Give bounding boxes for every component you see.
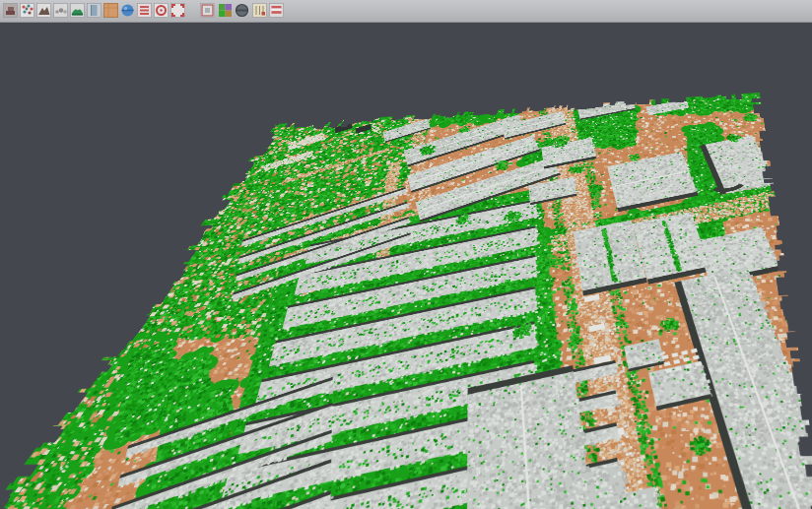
- dark-globe-icon[interactable]: [235, 3, 249, 18]
- classified-view-icon[interactable]: [218, 3, 233, 18]
- flag-stripes-icon[interactable]: [269, 3, 284, 18]
- clip-region-icon[interactable]: [200, 3, 215, 18]
- application-window: [0, 0, 812, 509]
- point-cloud-classify-icon[interactable]: [3, 3, 18, 18]
- multi-class-points-icon[interactable]: [20, 3, 34, 18]
- 3d-viewport[interactable]: [0, 22, 812, 509]
- toolbar: [0, 0, 812, 23]
- terrain-point-cloud-canvas[interactable]: [0, 93, 812, 509]
- survey-marks-icon[interactable]: [252, 3, 267, 18]
- profile-panel-icon[interactable]: [87, 3, 102, 18]
- red-layers-icon[interactable]: [137, 3, 152, 18]
- target-circle-icon[interactable]: [154, 3, 169, 18]
- terrain-mountain-icon[interactable]: [36, 3, 51, 18]
- zoom-extent-icon[interactable]: [170, 3, 185, 18]
- globe-3d-icon[interactable]: [120, 3, 135, 18]
- dem-tile-icon[interactable]: [103, 3, 118, 18]
- vegetation-hill-icon[interactable]: [70, 3, 85, 18]
- smooth-points-icon[interactable]: [53, 3, 68, 18]
